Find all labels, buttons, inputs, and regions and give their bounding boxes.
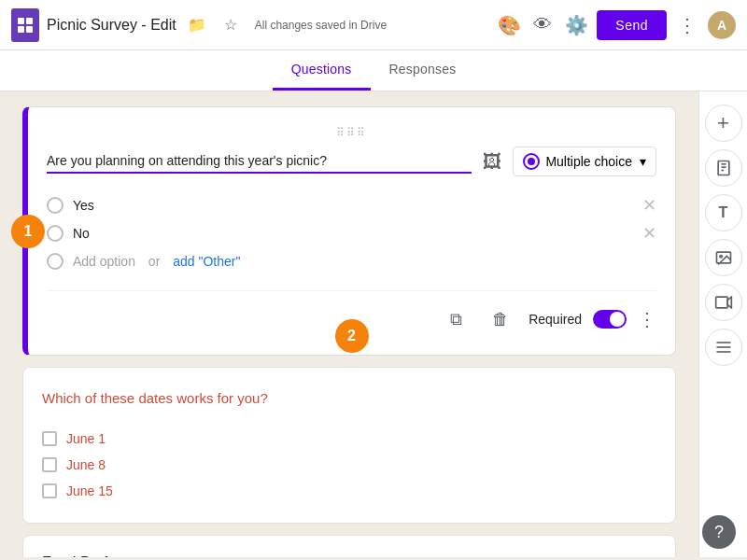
image-upload-icon-1[interactable]: 🖼 [483,151,501,173]
option-row-june8: June 8 [42,452,656,478]
option-row-june15: June 15 [42,478,656,504]
question-1-input[interactable] [47,149,472,174]
required-toggle-1[interactable] [593,310,627,329]
badge-2: 2 [335,319,369,353]
delete-button-1[interactable]: 🗑 [484,302,517,336]
type-label-1: Multiple choice [545,154,632,169]
add-option-row: Add option or add "Other" [47,247,656,275]
option-label-june1: June 1 [66,431,656,446]
side-toolbar: + T [698,91,747,557]
badge-1: 1 [11,215,45,248]
question-header-1: 🖼 Multiple choice ▾ [47,147,656,176]
type-selector-inner-1: Multiple choice [523,153,632,170]
svg-rect-6 [715,297,727,308]
question-header-2: Which of these dates works for you? [42,386,656,411]
card-footer-1: ⧉ 🗑 Required ⋮ 2 [47,290,656,336]
topbar: Picnic Survey - Edit 📁 ☆ All changes sav… [0,0,747,50]
toggle-knob-1 [610,312,625,327]
option-remove-no[interactable]: ✕ [642,225,656,242]
more-options-1[interactable]: ⋮ [638,308,656,330]
option-radio-yes [47,197,63,214]
checkbox-june1[interactable] [42,431,57,446]
app-icon [11,8,39,42]
send-button[interactable]: Send [597,10,667,40]
option-label-yes: Yes [73,198,633,213]
doc-title: Picnic Survey - Edit [47,17,176,34]
topbar-right: 🎨 👁 ⚙️ Send ⋮ A [496,10,736,40]
drag-handle-1[interactable]: ⠿⠿⠿ [47,126,656,139]
question-card-1: 1 ⠿⠿⠿ 🖼 Multiple choice ▾ [22,106,676,356]
chevron-down-icon: ▾ [640,154,646,169]
tabs-bar: Questions Responses [0,50,747,91]
type-selector-1[interactable]: Multiple choice ▾ [513,147,656,176]
question-2-text[interactable]: Which of these dates works for you? [42,386,656,411]
duplicate-button-1[interactable]: ⧉ [439,302,472,336]
option-label-june15: June 15 [66,483,656,498]
or-label: or [145,254,163,269]
add-video-btn[interactable] [705,284,742,321]
form-content: 1 ⠿⠿⠿ 🖼 Multiple choice ▾ [0,91,698,557]
add-other-link[interactable]: add "Other" [173,254,240,269]
q3-title: Food Preferences [42,554,656,557]
add-title-btn[interactable]: T [705,194,742,231]
question-card-3: Food Preferences Help us plan the perfec… [22,535,676,557]
checkbox-june8[interactable] [42,457,57,472]
required-label-1: Required [529,312,582,327]
option-row-yes: Yes ✕ [47,191,656,219]
help-button[interactable]: ? [702,515,736,549]
option-label-june8: June 8 [66,457,656,472]
option-label-no: No [73,226,633,241]
star-icon[interactable]: ☆ [218,12,244,38]
svg-point-5 [719,256,722,259]
add-option-label[interactable]: Add option [73,254,135,269]
main-area: 1 ⠿⠿⠿ 🖼 Multiple choice ▾ [0,91,747,557]
radio-dot-icon [523,153,540,170]
settings-icon[interactable]: ⚙️ [563,12,589,38]
more-menu-icon[interactable]: ⋮ [674,12,700,38]
topbar-left: Picnic Survey - Edit 📁 ☆ All changes sav… [11,8,496,42]
palette-icon[interactable]: 🎨 [496,12,522,38]
q2-options: June 1 June 8 June 15 [42,426,656,504]
tab-questions[interactable]: Questions [273,50,371,91]
option-remove-yes[interactable]: ✕ [642,197,656,214]
option-row-no: No ✕ [47,219,656,247]
checkbox-june15[interactable] [42,483,57,498]
add-image-btn[interactable] [705,239,742,276]
option-row-june1: June 1 [42,426,656,452]
question-card-2: Which of these dates works for you? June… [22,367,676,524]
options-list-1: Yes ✕ No ✕ Add option or add "Other" [47,191,656,275]
folder-icon[interactable]: 📁 [184,12,210,38]
preview-icon[interactable]: 👁 [529,12,556,38]
tab-responses[interactable]: Responses [371,50,475,91]
add-question-btn[interactable]: + [705,105,742,142]
import-question-btn[interactable] [705,149,742,187]
option-radio-no [47,225,63,242]
option-radio-add [47,253,63,270]
add-section-btn[interactable] [705,329,742,366]
avatar[interactable]: A [708,11,736,39]
autosave-status: All changes saved in Drive [255,19,387,32]
